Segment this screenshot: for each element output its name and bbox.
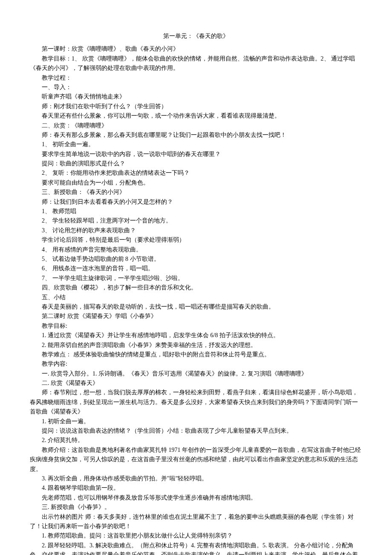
body-text: 7、 一半学生唱主旋律歌词，一半学生唱沙啦、沙啦。 xyxy=(30,274,362,283)
body-text: 2、 学生轻轻跟琴唱，注意两字对一个音的地方。 xyxy=(30,216,362,225)
body-text: 学生讨论后回答，特别是最后一句（要求处理得渐弱） xyxy=(30,235,362,245)
section-sakura: 四、欣赏歌曲《樱花》，初步了解一些日本的音乐和文化。 xyxy=(30,283,362,292)
body-text: 2. 能用亲切自然的声音演唱歌曲《小春笋》来赞美幸福的生活，抒发远大的理想。 xyxy=(30,341,362,350)
body-text: 1. 初听全曲一遍。 xyxy=(30,417,362,426)
body-text: 6、 用线条连一连水泡里的音符，唱一唱。 xyxy=(30,264,362,273)
body-text: 1、 初听全曲一遍。 xyxy=(30,140,362,149)
body-text: 2. 跟琴轻轻哼唱。3. 解决歌曲难点。（附点和休止符号）4. 完整有表情地演唱… xyxy=(30,541,362,555)
body-text: 师：春天有那么多景象，那么春天到底在哪里呢？让我们一起跟着歌中的小朋友去找一找吧… xyxy=(30,130,362,140)
section-appreciation: 二、欣赏：《嘀哩嘀哩》 xyxy=(30,121,362,130)
lesson1-heading: 第一课时：欣赏《嘀哩嘀哩》、歌曲《春天的小河》 xyxy=(30,44,362,54)
unit-title: 第一单元：《春天的歌》 xyxy=(30,32,362,41)
body-text: 4、 用有感情的声音完整地表现歌曲。 xyxy=(30,245,362,254)
body-text: 要求学生简单地说一说歌中的内容，说一说歌中唱到的春天在哪里？ xyxy=(30,150,362,159)
body-text: 教师介绍：这首歌曲是奥地利著名作曲家莫扎特 1971 年创作的一首深受少年儿童喜… xyxy=(30,445,362,474)
body-text: 师：让我们到日本去看看春天的小河又是怎样的？ xyxy=(30,197,362,207)
body-text: 1. 通过欣赏《渴望春天》并让学生有感情地哼唱，启发学生体会 6/8 拍子活泼欢… xyxy=(30,331,362,340)
body-text: 春天里还有些什么景象，你可以用一句歌，或一个动作来告诉大家，看看谁表现得最清楚。 xyxy=(30,111,362,121)
section-new-song: 三、新授歌曲：《春天的小河》 xyxy=(30,188,362,197)
section-intro: 一、导入： xyxy=(30,83,362,92)
body-text: 要求可能自由结合为一小组，分配角色。 xyxy=(30,178,362,188)
body-text: 3、 讨论用怎样的歌声来表现歌曲？ xyxy=(30,226,362,235)
teaching-process-heading: 教学过程： xyxy=(30,73,362,83)
section-summary: 五、小结 xyxy=(30,293,362,302)
body-text: 一. 欣赏导入部分。1. 乐诗朗诵。《春天》音乐可选用《渴望春天》的旋律。2. … xyxy=(30,369,362,379)
body-text: 2. 介绍莫扎特。 xyxy=(30,436,362,445)
teaching-difficulty: 教学难点： 感受体验歌曲愉快的情绪是重点，唱好歌中的附点音符和休止符号是重点。 xyxy=(30,350,362,359)
body-text: 出示竹林的图片 师：春天多美好，连竹林里的谁也在泥土里藏不主了，着急的要申出头瞧… xyxy=(30,512,362,532)
teaching-content-heading: 教学内容: xyxy=(30,359,362,369)
section-longing-spring: 二. 欣赏《渴望春天》 xyxy=(30,379,362,388)
body-text: 3. 再次听全曲，用身体动作感受歌曲的节拍。并"啦"轻轻哼唱。 xyxy=(30,474,362,483)
body-text: 先老师范唱，也可以用钢琴伴奏及放音乐等形式使学生逐步准确并有感情地演唱。 xyxy=(30,493,362,503)
body-text: 1、 教师范唱 xyxy=(30,207,362,216)
body-text: 师：春节刚过，想一想，当我们脱去厚厚的棉衣，一身轻松来到田野，看燕子归来，看满目… xyxy=(30,388,362,416)
body-text: 提问：说说这首歌曲表达的情绪？（学生回答）小结：歌曲表现了少年儿童盼望春天早点到… xyxy=(30,426,362,436)
body-text: 5、 试着边做手势边唱歌曲的前 8 小节歌谱。 xyxy=(30,254,362,264)
lesson2-heading: 第二课时 欣赏《渴望春天》学唱《小春笋》 xyxy=(30,312,362,321)
body-text: 听童声齐唱《春天悄悄地走来》 xyxy=(30,92,362,101)
body-text: 2、 复听：你能用动作来把歌曲表达的情绪表达一下吗？ xyxy=(30,168,362,178)
body-text: 春天是美丽的，描写春天的歌是动听的，去找一找，唱一唱还有哪些是描写春天的歌曲。 xyxy=(30,302,362,312)
teaching-objectives-2: 教学目标: xyxy=(30,321,362,331)
body-text: 4. 跟着钢琴学唱歌曲第一段。 xyxy=(30,483,362,493)
teaching-objectives-1: 教学目标：1、 欣赏《嘀哩嘀哩》，能体会歌曲的欢快的情绪，并能用自然、流畅的声音… xyxy=(30,54,362,73)
body-text: 师：刚才我们在歌中听到了什么？（学生回答） xyxy=(30,102,362,111)
body-text: 提问：歌曲的演唱形式是什么？ xyxy=(30,159,362,168)
body-text: 1. 教师范唱歌曲。提问：这首歌里把小朋友比做什么让人觉得特别亲切？ xyxy=(30,531,362,541)
section-bamboo-shoot: 三. 新授歌曲《小春笋》。 xyxy=(30,503,362,512)
